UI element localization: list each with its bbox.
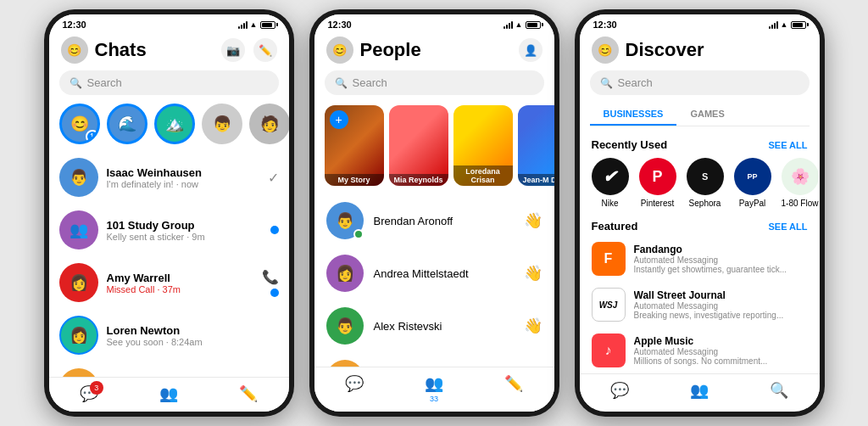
story-card-jean[interactable]: Jean-M Denis — [518, 105, 554, 186]
nike-name: Nike — [601, 199, 618, 208]
story-card-label-1: Mia Reynolds — [389, 174, 448, 186]
chats-header-icons: 📷 ✏️ — [221, 38, 277, 62]
battery-chats — [260, 21, 275, 29]
chat-list: 👨 Isaac Weinhausen I'm definately in! · … — [49, 151, 289, 377]
nav-chats[interactable]: 💬 3 — [80, 384, 98, 403]
story-item-3[interactable]: 👦 — [202, 104, 242, 144]
flow-name: 1-80 Flow — [782, 199, 819, 208]
featured-info-2: Apple Music Automated Messaging Millions… — [634, 335, 808, 366]
chat-name-3: Loren Newton — [107, 324, 279, 337]
featured-item-2[interactable]: ♪ Apple Music Automated Messaging Millio… — [580, 328, 820, 373]
brand-pinterest[interactable]: P Pinterest — [639, 158, 676, 208]
chats-bottom-nav: 💬 3 👥 ✏️ — [49, 377, 289, 412]
chat-meta-1 — [270, 226, 279, 234]
featured-see-all[interactable]: SEE ALL — [768, 221, 807, 232]
nav-compose-people[interactable]: ✏️ — [504, 374, 523, 403]
story-item-1[interactable]: 🌊 — [107, 104, 147, 144]
nav-compose-chats[interactable]: ✏️ — [239, 384, 258, 403]
discover-search-bar[interactable]: 🔍 Search — [590, 70, 810, 95]
time-chats: 12:30 — [63, 20, 86, 30]
people-item-3[interactable]: 👨 Justin Smith 👋 — [314, 352, 554, 367]
chats-search-placeholder: Search — [87, 76, 122, 89]
brand-nike[interactable]: ✔ Nike — [592, 158, 629, 208]
tab-games[interactable]: GAMES — [676, 104, 737, 126]
recently-used-see-all[interactable]: SEE ALL — [768, 140, 807, 150]
search-icon-discover: 🔍 — [600, 77, 613, 89]
user-avatar-discover[interactable]: 😊 — [592, 36, 619, 64]
chat-name-0: Isaac Weinhausen — [107, 166, 259, 179]
status-bar-discover: 12:30 ▲ — [580, 14, 820, 31]
wifi-icon: ▲ — [250, 20, 258, 29]
brand-sephora[interactable]: S Sephora — [687, 158, 724, 208]
nav-people-discover[interactable]: 👥 — [690, 381, 709, 400]
nike-logo: ✔ — [592, 158, 629, 195]
people-avatar-3: 👨 — [326, 360, 364, 367]
chat-item-3[interactable]: 👩 Loren Newton See you soon · 8:24am — [49, 309, 289, 362]
sephora-name: Sephora — [689, 199, 721, 208]
chat-item-1[interactable]: 👥 101 Study Group Kelly sent a sticker ·… — [49, 204, 289, 256]
featured-header: Featured SEE ALL — [580, 215, 820, 236]
people-title: People — [360, 39, 519, 61]
story-item-0[interactable]: 😊 1 — [59, 104, 100, 144]
story-card-loredana[interactable]: Loredana Crisan — [453, 105, 513, 186]
camera-icon[interactable]: 📷 — [221, 38, 245, 62]
brand-paypal[interactable]: PP PayPal — [734, 158, 771, 208]
status-bar-people: 12:30 ▲ — [314, 14, 554, 31]
featured-name-0: Fandango — [634, 244, 808, 255]
status-icons-people: ▲ — [504, 20, 541, 29]
nav-chats-discover[interactable]: 💬 — [610, 381, 629, 400]
nav-discover[interactable]: 🔍 — [770, 381, 788, 400]
wave-icon-0[interactable]: 👋 — [524, 211, 542, 230]
story-item-2[interactable]: 🏔️ — [154, 104, 195, 144]
tab-businesses[interactable]: BUSINESSES — [590, 104, 677, 126]
nav-people-chats[interactable]: 👥 — [159, 384, 178, 403]
signal-discover — [769, 20, 778, 29]
recently-used-title: Recently Used — [592, 138, 668, 151]
chat-meta-0: ✓ — [268, 170, 279, 186]
nav-chats-people[interactable]: 💬 — [345, 374, 364, 403]
chat-item-0[interactable]: 👨 Isaac Weinhausen I'm definately in! · … — [49, 151, 289, 204]
time-people: 12:30 — [328, 20, 352, 30]
featured-type-0: Automated Messaging — [634, 255, 808, 265]
chat-meta-2: 📞 — [262, 269, 279, 297]
story-card-my[interactable]: + My Story — [325, 105, 384, 186]
featured-desc-1: Breaking news, investigative reporting..… — [634, 311, 808, 320]
wave-icon-2[interactable]: 👋 — [524, 317, 542, 335]
apple-music-logo: ♪ — [592, 334, 626, 367]
discover-bottom-nav: 💬 👥 🔍 — [580, 373, 820, 408]
add-story-btn[interactable]: + — [330, 110, 348, 129]
chat-info-1: 101 Study Group Kelly sent a sticker · 9… — [107, 219, 262, 242]
paypal-name: PayPal — [739, 199, 766, 208]
featured-item-1[interactable]: WSJ Wall Street Journal Automated Messag… — [580, 282, 820, 328]
chat-item-4[interactable]: 🏄 Super Surfers Tomorrow is great · Mon … — [49, 362, 289, 377]
people-search-bar[interactable]: 🔍 Search — [325, 70, 544, 95]
people-item-2[interactable]: 👨 Alex Ristevski 👋 — [314, 300, 554, 352]
people-name-2: Alex Ristevski — [374, 320, 514, 333]
chats-icon-people: 💬 — [345, 374, 364, 393]
add-person-icon[interactable]: 👤 — [519, 38, 542, 62]
chats-search-bar[interactable]: 🔍 Search — [59, 70, 279, 95]
story-card-label-0: My Story — [325, 174, 384, 186]
story-card-mia[interactable]: Mia Reynolds — [389, 105, 448, 186]
user-avatar-people[interactable]: 😊 — [326, 36, 353, 64]
people-item-1[interactable]: 👩 Andrea Mittelstaedt 👋 — [314, 247, 554, 300]
status-icons-chats: ▲ — [238, 20, 275, 29]
compose-nav-icon: ✏️ — [239, 384, 258, 403]
brand-flow[interactable]: 🌸 1-80 Flow — [782, 158, 819, 208]
chat-preview-0: I'm definately in! · now — [107, 179, 259, 189]
featured-item-0[interactable]: F Fandango Automated Messaging Instantly… — [580, 236, 820, 282]
people-item-0[interactable]: 👨 Brendan Aronoff 👋 — [314, 194, 554, 247]
chat-item-2[interactable]: 👩 Amy Warrell Missed Call · 37m 📞 — [49, 256, 289, 309]
nav-people[interactable]: 👥 33 — [425, 374, 443, 403]
wave-icon-1[interactable]: 👋 — [524, 264, 542, 283]
story-item-4[interactable]: 🧑 — [249, 104, 289, 144]
user-avatar-chats[interactable]: 😊 — [61, 36, 88, 64]
people-stories: + My Story Mia Reynolds Loredana Crisan … — [314, 100, 554, 194]
discover-title: Discover — [626, 39, 808, 61]
compose-icon[interactable]: ✏️ — [253, 38, 277, 62]
people-count: 33 — [430, 395, 438, 403]
pinterest-name: Pinterest — [641, 199, 674, 208]
chat-name-2: Amy Warrell — [107, 272, 253, 284]
featured-title: Featured — [592, 220, 638, 233]
discover-nav-icon: 🔍 — [770, 381, 788, 400]
